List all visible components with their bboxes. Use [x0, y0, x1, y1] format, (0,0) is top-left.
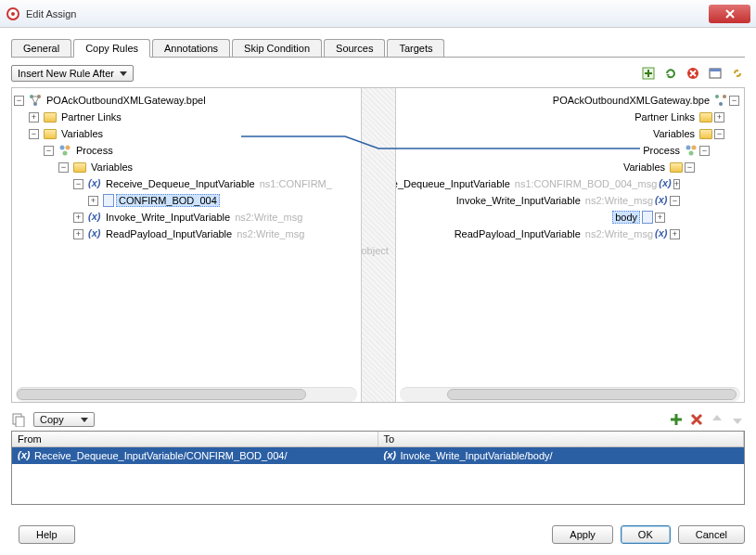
svg-point-9	[60, 146, 65, 150]
collapse-icon[interactable]: −	[14, 96, 24, 106]
ok-button[interactable]: OK	[621, 525, 671, 544]
close-button[interactable]	[709, 5, 750, 23]
tab-targets[interactable]: Targets	[387, 39, 444, 57]
table-row[interactable]: Receive_Dequeue_InputVariable/CONFIRM_BO…	[12, 447, 744, 464]
process-node[interactable]: Process	[73, 145, 116, 156]
svg-point-13	[723, 95, 726, 98]
partner-links-node[interactable]: Partner Links	[58, 111, 124, 123]
variable-icon	[88, 211, 101, 224]
move-down-icon[interactable]	[730, 412, 745, 427]
help-button[interactable]: Help	[19, 525, 75, 544]
collapse-icon[interactable]: −	[58, 162, 69, 173]
process-node[interactable]: Process	[640, 145, 683, 156]
variable-icon	[655, 194, 668, 207]
mapping-panels: −POAckOutboundXMLGateway.bpel +Partner L…	[11, 87, 745, 403]
tab-sources[interactable]: Sources	[324, 39, 385, 57]
apply-button[interactable]: Apply	[552, 525, 613, 544]
target-tree-panel: POAckOutboundXMLGateway.bpe− Partner Lin…	[396, 88, 745, 402]
source-tree-panel: −POAckOutboundXMLGateway.bpel +Partner L…	[12, 88, 361, 402]
partner-links-node[interactable]: Partner Links	[632, 111, 698, 123]
to-value: Invoke_Write_InputVariable/body/	[401, 450, 553, 461]
delete-rule-icon[interactable]	[689, 412, 704, 427]
window-title: Edit Assign	[26, 8, 709, 19]
svg-point-1	[11, 12, 15, 16]
expand-icon[interactable]: +	[670, 229, 680, 239]
expand-icon[interactable]: +	[73, 229, 83, 239]
collapse-icon[interactable]: −	[729, 96, 739, 106]
app-icon	[6, 6, 20, 21]
svg-point-11	[63, 151, 68, 156]
cancel-button[interactable]: Cancel	[678, 525, 745, 544]
element-icon	[642, 211, 653, 224]
copy-mode-dropdown[interactable]: Copy	[33, 412, 95, 427]
svg-point-17	[689, 151, 694, 156]
tab-skip-condition[interactable]: Skip Condition	[232, 39, 322, 57]
bpel-file[interactable]: POAckOutboundXMLGateway.bpe	[550, 95, 712, 106]
add-rule-icon[interactable]	[669, 412, 684, 427]
tab-bar: General Copy Rules Annotations Skip Cond…	[11, 39, 745, 58]
collapse-icon[interactable]: −	[685, 162, 695, 173]
insert-rule-dropdown[interactable]: Insert New Rule After	[11, 65, 134, 82]
add-icon[interactable]	[641, 66, 656, 81]
folder-icon	[670, 162, 683, 173]
maximize-icon[interactable]	[708, 66, 723, 81]
bpel-file[interactable]: POAckOutboundXMLGateway.bpel	[44, 95, 209, 106]
copy-rules-table: From To Receive_Dequeue_InputVariable/CO…	[11, 431, 745, 505]
tab-general[interactable]: General	[11, 39, 71, 57]
variable-node[interactable]: Invoke_Write_InputVariable	[454, 195, 583, 206]
collapse-icon[interactable]: −	[44, 146, 54, 156]
variables-node[interactable]: Variables	[650, 128, 698, 139]
move-up-icon[interactable]	[710, 412, 724, 427]
chevron-down-icon	[120, 71, 127, 76]
selected-source-node[interactable]: CONFIRM_BOD_004	[116, 194, 220, 207]
folder-icon	[73, 162, 86, 173]
variable-node[interactable]: ReadPayload_InputVariable	[452, 228, 583, 239]
bpel-icon	[29, 94, 42, 107]
horizontal-scrollbar[interactable]	[16, 387, 357, 402]
variables-node[interactable]: Variables	[58, 128, 106, 139]
refresh-icon[interactable]	[663, 66, 678, 81]
collapse-icon[interactable]: −	[670, 196, 680, 206]
link-icon[interactable]	[730, 66, 745, 81]
collapse-icon[interactable]: −	[73, 179, 83, 189]
horizontal-scrollbar[interactable]	[400, 387, 741, 402]
variable-icon	[88, 177, 101, 190]
expand-icon[interactable]: +	[29, 112, 39, 123]
svg-point-15	[686, 146, 691, 150]
mapping-gutter: object	[361, 88, 396, 402]
svg-rect-19	[16, 417, 24, 427]
svg-rect-5	[710, 69, 721, 71]
bpel-icon	[714, 94, 727, 107]
from-value: Receive_Dequeue_InputVariable/CONFIRM_BO…	[34, 450, 288, 461]
variable-node[interactable]: ReadPayload_InputVariable	[103, 228, 235, 239]
column-to[interactable]: To	[378, 432, 745, 446]
variable-icon	[384, 449, 397, 462]
collapse-icon[interactable]: −	[714, 129, 724, 139]
variable-icon	[655, 227, 668, 240]
column-from[interactable]: From	[12, 432, 378, 446]
tab-copy-rules[interactable]: Copy Rules	[73, 39, 150, 58]
variable-node[interactable]: Receive_Dequeue_InputVariable	[103, 178, 258, 189]
tab-annotations[interactable]: Annotations	[152, 39, 230, 57]
expand-icon[interactable]: +	[73, 213, 83, 223]
collapse-icon[interactable]: −	[29, 129, 39, 139]
type-annotation: ns2:Write_msg	[585, 228, 653, 239]
variable-node[interactable]: Receive_Dequeue_InputVariable	[396, 178, 513, 189]
expand-icon[interactable]: +	[88, 196, 98, 206]
selected-target-node[interactable]: body	[612, 211, 640, 224]
variables-node[interactable]: Variables	[88, 161, 135, 173]
toolbar	[641, 66, 745, 81]
variables-node[interactable]: Variables	[621, 161, 668, 173]
variable-node[interactable]: Invoke_Write_InputVariable	[103, 212, 233, 223]
collapse-icon[interactable]: −	[699, 146, 710, 156]
expand-icon[interactable]: +	[655, 213, 665, 223]
expand-icon[interactable]: +	[714, 112, 724, 123]
element-icon	[103, 194, 114, 207]
folder-icon	[44, 129, 57, 139]
copy-mode-label: Copy	[40, 414, 64, 425]
type-annotation: ns2:Write_msg	[235, 212, 302, 223]
folder-icon	[44, 112, 57, 123]
svg-point-10	[66, 146, 70, 150]
expand-icon[interactable]: +	[673, 179, 680, 189]
delete-icon[interactable]	[686, 66, 700, 81]
